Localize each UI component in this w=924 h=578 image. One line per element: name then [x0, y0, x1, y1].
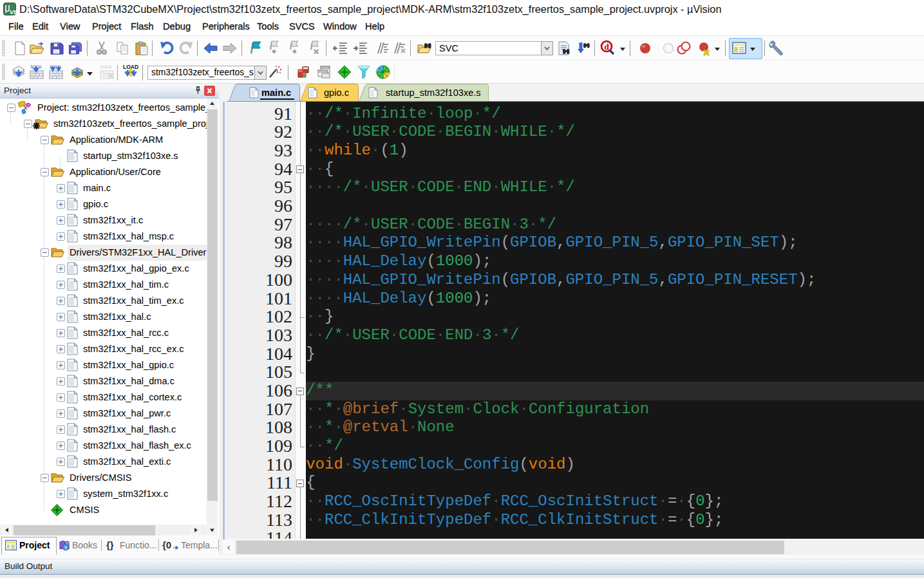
svg-text:V5: V5	[10, 9, 16, 15]
svg-text:d: d	[604, 42, 609, 51]
svg-text:?: ?	[64, 545, 68, 551]
